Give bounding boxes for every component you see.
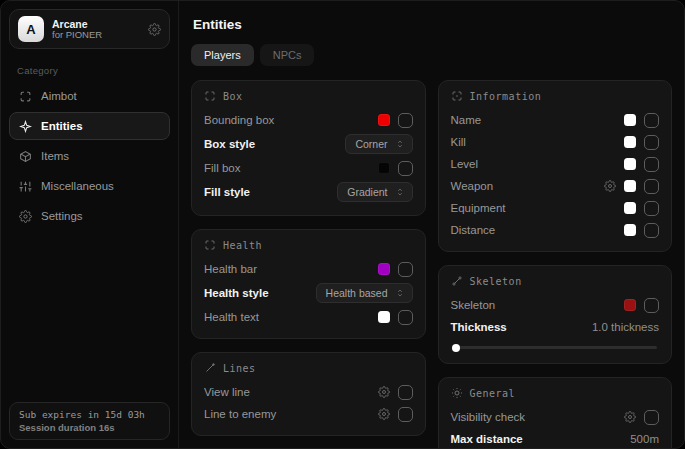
setting-label: Health text [204, 311, 259, 323]
sliders-icon [19, 180, 32, 193]
tab-players[interactable]: Players [191, 44, 254, 66]
frame-icon [204, 90, 216, 102]
card-title: General [470, 388, 516, 399]
color-swatch[interactable] [378, 311, 390, 323]
box-card-header: Box [204, 90, 413, 102]
setting-row-fill-box: Fill box [204, 157, 413, 179]
setting-label: Fill box [204, 162, 240, 174]
checkbox[interactable] [398, 310, 413, 325]
setting-row-name: Name [451, 109, 660, 131]
color-swatch[interactable] [624, 224, 636, 236]
app-logo-letter: A [26, 22, 35, 37]
color-swatch[interactable] [378, 263, 390, 275]
brand-card: A Arcane for PIONER [9, 9, 170, 49]
general-card-header: General [451, 387, 660, 399]
setting-row-visibility-check: Visibility check [451, 406, 660, 428]
color-swatch[interactable] [624, 180, 636, 192]
sidebar-item-entities[interactable]: Entities [9, 112, 170, 140]
sparkle-icon [19, 120, 32, 133]
sidebar-item-label: Aimbot [41, 90, 77, 102]
setting-row-health-style: Health style Health based [204, 280, 413, 306]
slider-thumb[interactable] [452, 344, 460, 352]
app-subtitle: for PIONER [52, 30, 140, 41]
app-logo: A [18, 16, 44, 42]
color-swatch[interactable] [624, 202, 636, 214]
fill-style-select[interactable]: Gradient [337, 182, 412, 202]
color-swatch[interactable] [624, 136, 636, 148]
checkbox[interactable] [644, 179, 659, 194]
setting-label: View line [204, 386, 250, 398]
information-card-header: Information [451, 90, 660, 102]
tab-npcs[interactable]: NPCs [260, 44, 315, 66]
setting-label: Fill style [204, 186, 250, 198]
setting-row-kill: Kill [451, 131, 660, 153]
setting-row-line-to-enemy: Line to enemy [204, 403, 413, 425]
checkbox[interactable] [644, 223, 659, 238]
color-swatch[interactable] [624, 114, 636, 126]
card-title: Box [223, 91, 243, 102]
color-swatch[interactable] [378, 162, 390, 174]
thickness-slider[interactable] [453, 346, 658, 349]
brand-text: Arcane for PIONER [52, 18, 140, 41]
max-distance-value: 500m [630, 433, 659, 445]
sidebar-item-aimbot[interactable]: Aimbot [9, 82, 170, 110]
skeleton-card-header: Skeleton [451, 275, 660, 287]
box-card: Box Bounding box Box style Corner [191, 80, 426, 216]
card-title: Information [470, 91, 542, 102]
select-value: Health based [326, 287, 388, 299]
bone-icon [451, 275, 463, 287]
checkbox[interactable] [644, 157, 659, 172]
checkbox[interactable] [398, 407, 413, 422]
setting-label: Distance [451, 224, 496, 236]
checkbox[interactable] [644, 113, 659, 128]
gear-icon[interactable] [378, 386, 390, 398]
checkbox[interactable] [644, 135, 659, 150]
gear-icon[interactable] [604, 180, 616, 192]
checkbox[interactable] [398, 262, 413, 277]
setting-label: Bounding box [204, 114, 274, 126]
health-style-select[interactable]: Health based [316, 283, 413, 303]
color-swatch[interactable] [624, 158, 636, 170]
line-icon [204, 362, 216, 374]
setting-row-bounding-box: Bounding box [204, 109, 413, 131]
sidebar-item-miscellaneous[interactable]: Miscellaneous [9, 172, 170, 200]
sidebar-item-label: Settings [41, 210, 83, 222]
unfold-icon [395, 288, 405, 298]
checkbox[interactable] [644, 410, 659, 425]
checkbox[interactable] [398, 113, 413, 128]
arcane-window: A Arcane for PIONER Category Aimbot [0, 0, 685, 449]
sidebar-item-items[interactable]: Items [9, 142, 170, 170]
setting-label: Kill [451, 136, 466, 148]
card-title: Lines [223, 363, 256, 374]
setting-label: Name [451, 114, 482, 126]
app-name: Arcane [52, 18, 140, 30]
gear-icon[interactable] [148, 23, 161, 36]
setting-label: Max distance [451, 433, 523, 445]
color-swatch[interactable] [378, 114, 390, 126]
cards-grid: Box Bounding box Box style Corner [191, 80, 672, 448]
sidebar-item-settings[interactable]: Settings [9, 202, 170, 230]
color-swatch[interactable] [624, 299, 636, 311]
checkbox[interactable] [398, 385, 413, 400]
page-title: Entities [193, 17, 672, 32]
sub-expiry-text: Sub expires in 15d 03h [19, 409, 160, 420]
setting-label: Line to enemy [204, 408, 276, 420]
checkbox[interactable] [644, 201, 659, 216]
gear-icon[interactable] [624, 411, 636, 423]
scan-dot-icon [451, 90, 463, 102]
setting-row-fill-style: Fill style Gradient [204, 179, 413, 205]
checkbox[interactable] [644, 298, 659, 313]
unfold-icon [395, 139, 405, 149]
session-duration-text: Session duration 16s [19, 422, 160, 433]
health-card-header: Health [204, 239, 413, 251]
box-style-select[interactable]: Corner [345, 134, 412, 154]
setting-row-health-bar: Health bar [204, 258, 413, 280]
main-content: Entities Players NPCs Box Bounding box [179, 1, 684, 448]
checkbox[interactable] [398, 161, 413, 176]
sidebar: A Arcane for PIONER Category Aimbot [1, 1, 179, 448]
gear-icon[interactable] [378, 408, 390, 420]
setting-label: Health bar [204, 263, 257, 275]
subscription-card: Sub expires in 15d 03h Session duration … [9, 402, 170, 440]
setting-row-max-distance: Max distance 500m [451, 428, 660, 448]
setting-row-equipment: Equipment [451, 197, 660, 219]
